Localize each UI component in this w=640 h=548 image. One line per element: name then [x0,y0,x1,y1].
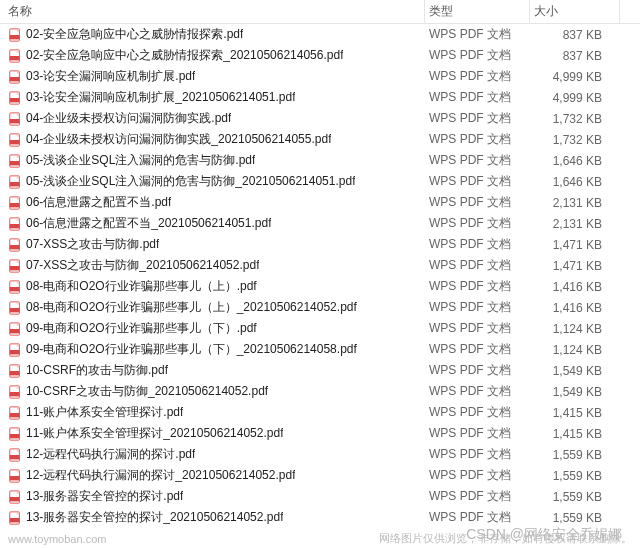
file-row[interactable]: 13-服务器安全管控的探讨.pdfWPS PDF 文档1,559 KB [0,486,640,507]
file-size-cell: 1,471 KB [530,259,620,273]
svg-rect-45 [10,497,20,501]
pdf-file-icon [8,91,22,105]
file-row[interactable]: 02-安全应急响应中心之威胁情报探索_20210506214056.pdfWPS… [0,45,640,66]
file-row[interactable]: 11-账户体系安全管理探讨_20210506214052.pdfWPS PDF … [0,423,640,444]
pdf-file-icon [8,175,22,189]
file-name-cell: 07-XSS之攻击与防御_20210506214052.pdf [0,257,425,274]
column-header-name[interactable]: 名称 [0,0,425,23]
column-header-row: 名称 类型 大小 [0,0,640,24]
file-size-cell: 1,559 KB [530,469,620,483]
file-row[interactable]: 04-企业级未授权访问漏洞防御实践_20210506214055.pdfWPS … [0,129,640,150]
file-name-label: 09-电商和O2O行业诈骗那些事儿（下）_20210506214058.pdf [26,341,357,358]
svg-rect-7 [10,98,20,102]
svg-rect-31 [10,350,20,354]
file-size-cell: 1,549 KB [530,364,620,378]
file-size-cell: 1,732 KB [530,133,620,147]
svg-rect-19 [10,224,20,228]
file-name-cell: 10-CSRF之攻击与防御_20210506214052.pdf [0,383,425,400]
svg-rect-23 [10,266,20,270]
svg-rect-9 [10,119,20,123]
file-name-label: 05-浅谈企业SQL注入漏洞的危害与防御_20210506214051.pdf [26,173,355,190]
svg-rect-35 [10,392,20,396]
pdf-file-icon [8,406,22,420]
pdf-file-icon [8,511,22,525]
pdf-file-icon [8,133,22,147]
file-row[interactable]: 07-XSS之攻击与防御.pdfWPS PDF 文档1,471 KB [0,234,640,255]
file-row[interactable]: 10-CSRF的攻击与防御.pdfWPS PDF 文档1,549 KB [0,360,640,381]
file-type-cell: WPS PDF 文档 [425,278,530,295]
file-name-cell: 12-远程代码执行漏洞的探讨_20210506214052.pdf [0,467,425,484]
file-row[interactable]: 04-企业级未授权访问漏洞防御实践.pdfWPS PDF 文档1,732 KB [0,108,640,129]
file-name-cell: 08-电商和O2O行业诈骗那些事儿（上）_20210506214052.pdf [0,299,425,316]
file-type-cell: WPS PDF 文档 [425,446,530,463]
file-size-cell: 1,549 KB [530,385,620,399]
file-name-label: 10-CSRF的攻击与防御.pdf [26,362,168,379]
file-name-cell: 04-企业级未授权访问漏洞防御实践.pdf [0,110,425,127]
file-name-label: 08-电商和O2O行业诈骗那些事儿（上）.pdf [26,278,257,295]
file-row[interactable]: 08-电商和O2O行业诈骗那些事儿（上）.pdfWPS PDF 文档1,416 … [0,276,640,297]
svg-rect-21 [10,245,20,249]
file-type-cell: WPS PDF 文档 [425,236,530,253]
file-row[interactable]: 09-电商和O2O行业诈骗那些事儿（下）.pdfWPS PDF 文档1,124 … [0,318,640,339]
file-row[interactable]: 05-浅谈企业SQL注入漏洞的危害与防御.pdfWPS PDF 文档1,646 … [0,150,640,171]
svg-rect-39 [10,434,20,438]
pdf-file-icon [8,343,22,357]
file-size-cell: 837 KB [530,28,620,42]
file-row[interactable]: 09-电商和O2O行业诈骗那些事儿（下）_20210506214058.pdfW… [0,339,640,360]
file-row[interactable]: 02-安全应急响应中心之威胁情报探索.pdfWPS PDF 文档837 KB [0,24,640,45]
svg-rect-29 [10,329,20,333]
file-type-cell: WPS PDF 文档 [425,47,530,64]
file-size-cell: 2,131 KB [530,217,620,231]
svg-rect-15 [10,182,20,186]
file-type-cell: WPS PDF 文档 [425,215,530,232]
pdf-file-icon [8,28,22,42]
file-name-cell: 08-电商和O2O行业诈骗那些事儿（上）.pdf [0,278,425,295]
file-name-label: 02-安全应急响应中心之威胁情报探索_20210506214056.pdf [26,47,343,64]
file-name-cell: 07-XSS之攻击与防御.pdf [0,236,425,253]
file-name-cell: 02-安全应急响应中心之威胁情报探索.pdf [0,26,425,43]
file-name-label: 07-XSS之攻击与防御_20210506214052.pdf [26,257,259,274]
file-type-cell: WPS PDF 文档 [425,173,530,190]
file-name-cell: 10-CSRF的攻击与防御.pdf [0,362,425,379]
svg-rect-17 [10,203,20,207]
file-name-label: 08-电商和O2O行业诈骗那些事儿（上）_20210506214052.pdf [26,299,357,316]
column-header-type[interactable]: 类型 [425,0,530,23]
column-header-size[interactable]: 大小 [530,0,620,23]
file-row[interactable]: 11-账户体系安全管理探讨.pdfWPS PDF 文档1,415 KB [0,402,640,423]
file-size-cell: 2,131 KB [530,196,620,210]
pdf-file-icon [8,364,22,378]
file-row[interactable]: 12-远程代码执行漏洞的探讨.pdfWPS PDF 文档1,559 KB [0,444,640,465]
file-row[interactable]: 03-论安全漏洞响应机制扩展.pdfWPS PDF 文档4,999 KB [0,66,640,87]
file-row[interactable]: 13-服务器安全管控的探讨_20210506214052.pdfWPS PDF … [0,507,640,528]
file-row[interactable]: 08-电商和O2O行业诈骗那些事儿（上）_20210506214052.pdfW… [0,297,640,318]
file-type-cell: WPS PDF 文档 [425,299,530,316]
file-name-label: 10-CSRF之攻击与防御_20210506214052.pdf [26,383,268,400]
svg-rect-3 [10,56,20,60]
pdf-file-icon [8,259,22,273]
file-row[interactable]: 06-信息泄露之配置不当_20210506214051.pdfWPS PDF 文… [0,213,640,234]
file-name-label: 12-远程代码执行漏洞的探讨.pdf [26,446,195,463]
file-name-label: 09-电商和O2O行业诈骗那些事儿（下）.pdf [26,320,257,337]
file-name-cell: 12-远程代码执行漏洞的探讨.pdf [0,446,425,463]
file-row[interactable]: 10-CSRF之攻击与防御_20210506214052.pdfWPS PDF … [0,381,640,402]
svg-rect-37 [10,413,20,417]
svg-rect-47 [10,518,20,522]
file-name-cell: 13-服务器安全管控的探讨.pdf [0,488,425,505]
file-name-label: 13-服务器安全管控的探讨.pdf [26,488,183,505]
pdf-file-icon [8,49,22,63]
file-row[interactable]: 12-远程代码执行漏洞的探讨_20210506214052.pdfWPS PDF… [0,465,640,486]
file-type-cell: WPS PDF 文档 [425,425,530,442]
file-name-label: 06-信息泄露之配置不当_20210506214051.pdf [26,215,271,232]
file-row[interactable]: 06-信息泄露之配置不当.pdfWPS PDF 文档2,131 KB [0,192,640,213]
file-name-cell: 06-信息泄露之配置不当.pdf [0,194,425,211]
svg-rect-5 [10,77,20,81]
file-size-cell: 1,732 KB [530,112,620,126]
file-name-cell: 11-账户体系安全管理探讨_20210506214052.pdf [0,425,425,442]
file-name-label: 03-论安全漏洞响应机制扩展.pdf [26,68,195,85]
file-row[interactable]: 03-论安全漏洞响应机制扩展_20210506214051.pdfWPS PDF… [0,87,640,108]
file-name-cell: 03-论安全漏洞响应机制扩展.pdf [0,68,425,85]
file-row[interactable]: 05-浅谈企业SQL注入漏洞的危害与防御_20210506214051.pdfW… [0,171,640,192]
file-row[interactable]: 07-XSS之攻击与防御_20210506214052.pdfWPS PDF 文… [0,255,640,276]
file-name-cell: 05-浅谈企业SQL注入漏洞的危害与防御.pdf [0,152,425,169]
file-type-cell: WPS PDF 文档 [425,257,530,274]
